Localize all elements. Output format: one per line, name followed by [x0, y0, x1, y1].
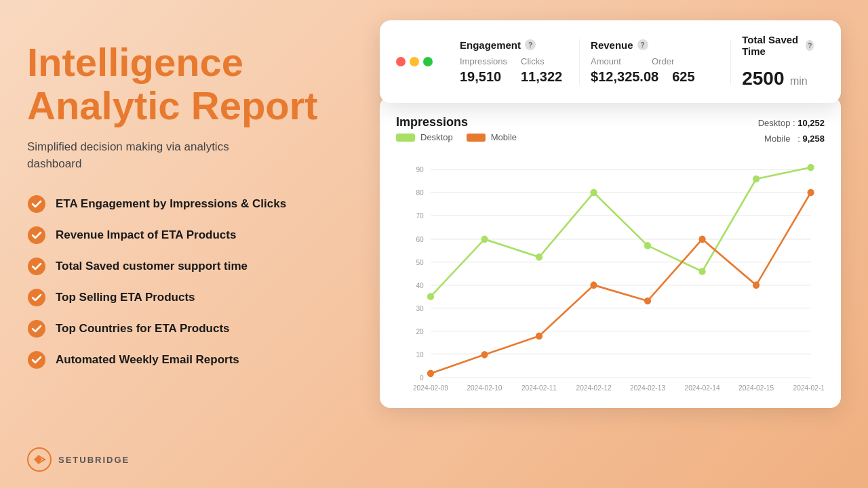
svg-text:90: 90 — [416, 166, 424, 174]
svg-point-50 — [808, 189, 814, 197]
main-title: Intelligence Analytic Report — [27, 41, 353, 127]
left-panel: Intelligence Analytic Report Simplified … — [27, 41, 353, 369]
dot-green — [423, 57, 433, 66]
check-circle-icon — [27, 350, 46, 369]
mobile-stat-value: 9,258 — [802, 134, 825, 144]
svg-point-42 — [808, 163, 814, 171]
clicks-value: 11,322 — [521, 69, 568, 85]
svg-point-39 — [644, 242, 651, 249]
clicks-label: Clicks — [521, 56, 568, 66]
check-circle-icon — [27, 319, 46, 338]
mobile-stat-label: Mobile — [764, 134, 790, 144]
mobile-stat: Mobile : 9,258 — [758, 131, 825, 146]
legend-desktop-label: Desktop — [420, 132, 453, 142]
feature-list: ETA Engagement by Impressions & Clicks R… — [27, 195, 353, 369]
svg-text:2024-02-14: 2024-02-14 — [685, 384, 720, 392]
svg-point-4 — [28, 320, 45, 338]
check-circle-icon — [27, 195, 46, 214]
chart-header: Impressions Desktop Mobile Desktop : 10,… — [396, 115, 825, 147]
engagement-section: Engagement ? Impressions Clicks 19,510 1… — [449, 39, 580, 85]
revenue-info-icon: ? — [637, 39, 648, 50]
order-value: 625 — [672, 69, 719, 85]
feature-item: Top Countries for ETA Products — [27, 319, 353, 338]
dot-red — [396, 57, 406, 66]
total-saved-time-header: Total Saved Time ? — [742, 34, 814, 57]
revenue-label: Revenue — [591, 39, 633, 51]
svg-text:60: 60 — [416, 236, 424, 243]
svg-point-36 — [481, 235, 488, 243]
svg-text:2024-02-10: 2024-02-10 — [467, 384, 502, 392]
svg-text:30: 30 — [416, 304, 424, 312]
revenue-section: Revenue ? Amount Order $12,325.08 625 — [580, 39, 731, 85]
impressions-value: 19,510 — [460, 69, 507, 85]
svg-text:2024-02-13: 2024-02-13 — [630, 384, 665, 392]
title-line2-plain: Analytic — [27, 83, 180, 127]
desktop-stat-value: 10,252 — [797, 118, 825, 128]
legend-swatch-mobile — [467, 134, 486, 142]
title-line1: Intelligence — [27, 40, 243, 84]
engagement-header: Engagement ? — [460, 39, 568, 51]
svg-text:0: 0 — [420, 374, 424, 382]
legend-desktop: Desktop — [396, 132, 453, 142]
check-circle-icon — [27, 257, 46, 276]
chart-title: Impressions — [396, 115, 517, 129]
chart-card: Impressions Desktop Mobile Desktop : 10,… — [380, 96, 841, 408]
svg-point-2 — [28, 258, 45, 275]
svg-text:2024-02-11: 2024-02-11 — [521, 384, 557, 392]
svg-point-46 — [590, 281, 597, 289]
impressions-label: Impressions — [460, 56, 507, 66]
svg-point-0 — [28, 195, 45, 213]
svg-point-38 — [590, 189, 597, 197]
svg-text:40: 40 — [416, 281, 424, 289]
svg-point-3 — [28, 289, 45, 306]
svg-point-43 — [427, 369, 434, 377]
svg-text:10: 10 — [416, 350, 424, 358]
svg-text:2024-02-12: 2024-02-12 — [576, 384, 612, 392]
total-time-unit: min — [790, 75, 808, 87]
svg-point-49 — [753, 281, 760, 289]
feature-item: Automated Weekly Email Reports — [27, 350, 353, 369]
svg-text:70: 70 — [416, 212, 424, 220]
logo-icon — [27, 447, 52, 472]
feature-text: Total Saved customer support time — [56, 260, 248, 273]
feature-item: ETA Engagement by Impressions & Clicks — [27, 195, 353, 214]
svg-point-48 — [698, 235, 705, 243]
svg-text:80: 80 — [416, 189, 424, 197]
window-dots — [396, 57, 433, 66]
svg-text:2024-02-15: 2024-02-15 — [738, 384, 774, 392]
total-saved-time-label: Total Saved Time — [742, 34, 802, 57]
svg-point-37 — [536, 253, 542, 261]
feature-item: Top Selling ETA Products — [27, 288, 353, 307]
feature-item: Revenue Impact of ETA Products — [27, 226, 353, 245]
feature-text: Top Selling ETA Products — [56, 291, 195, 304]
stats-card: Engagement ? Impressions Clicks 19,510 1… — [380, 20, 841, 103]
feature-text: Revenue Impact of ETA Products — [56, 228, 236, 242]
feature-text: Automated Weekly Email Reports — [56, 353, 239, 367]
svg-text:20: 20 — [416, 327, 424, 335]
svg-text:50: 50 — [416, 259, 424, 266]
engagement-label: Engagement — [460, 39, 521, 51]
chart-area: .grid-line { stroke: #e8e8e8; stroke-wid… — [396, 155, 825, 399]
total-saved-time-info-icon: ? — [806, 40, 814, 51]
svg-point-45 — [536, 332, 542, 340]
desktop-stat-label: Desktop — [758, 118, 791, 128]
svg-text:2024-02-16: 2024-02-16 — [793, 384, 825, 392]
total-time-value: 2500 — [742, 68, 784, 89]
total-saved-time-section: Total Saved Time ? 2500 min — [731, 34, 825, 89]
check-circle-icon — [27, 288, 46, 307]
svg-point-35 — [427, 293, 434, 300]
feature-text: Top Countries for ETA Products — [56, 322, 230, 336]
amount-label: Amount — [591, 56, 638, 66]
legend-swatch-desktop — [396, 134, 415, 142]
chart-stats: Desktop : 10,252 Mobile : 9,258 — [758, 115, 825, 147]
right-panel: Engagement ? Impressions Clicks 19,510 1… — [380, 20, 841, 408]
revenue-header: Revenue ? — [591, 39, 719, 51]
chart-svg: .grid-line { stroke: #e8e8e8; stroke-wid… — [396, 155, 825, 399]
desktop-stat: Desktop : 10,252 — [758, 115, 825, 131]
svg-point-41 — [753, 175, 760, 182]
legend-mobile-label: Mobile — [491, 132, 517, 142]
logo-area: SETUBRIDGE — [27, 447, 130, 472]
amount-value: $12,325.08 — [591, 69, 658, 85]
dot-yellow — [410, 57, 419, 66]
svg-text:2024-02-09: 2024-02-09 — [413, 384, 448, 392]
